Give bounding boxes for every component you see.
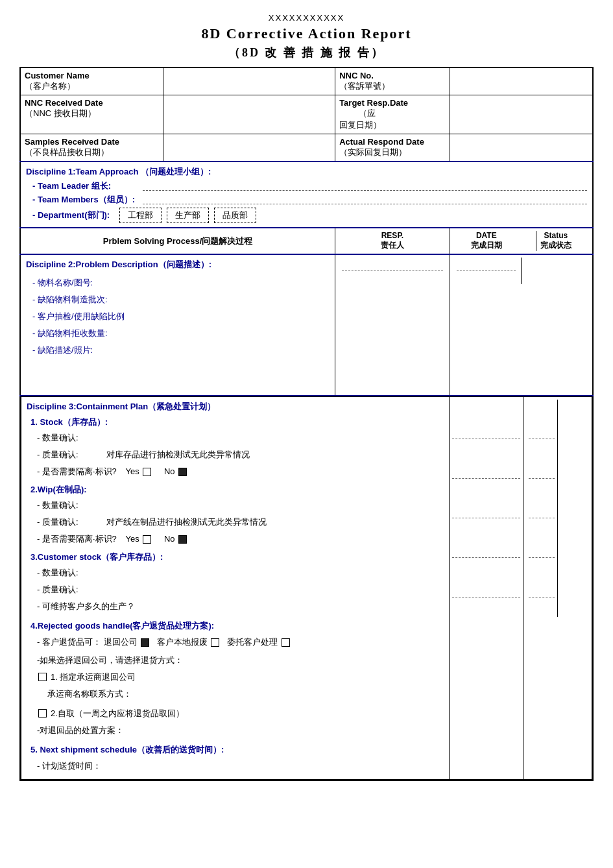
rejected-entrust: 委托客户处理	[227, 637, 278, 647]
main-form-table: Customer Name （客户名称） NNC No. （客訴單號） NNC …	[19, 67, 594, 781]
return-company-checkbox[interactable]	[141, 638, 149, 647]
option2-label: 2.自取（一周之内应将退货品取回）	[51, 705, 184, 722]
department-label: - Department(部门):	[32, 210, 117, 221]
d2-item-4: - 缺陷物料拒收数量:	[26, 325, 330, 342]
customer-stock-title: 3.Customer stock（客户库存品）:	[27, 551, 444, 563]
stock-yes-checkbox[interactable]	[143, 468, 151, 476]
samples-received-label: Samples Received Date	[25, 137, 159, 147]
department-row: - Department(部门): 工程部 生产部 品质部	[32, 208, 587, 223]
date-label: DATE	[471, 231, 502, 240]
target-resp-label: Target Resp.Date	[339, 98, 408, 108]
d2-item-1: - 物料名称/图号:	[26, 274, 330, 291]
company-id: XXXXXXXXXXX	[19, 13, 594, 23]
target-resp-cn: 回复日期）	[339, 119, 446, 131]
wip-quality: - 质量确认:	[37, 517, 78, 527]
stock-qty: - 数量确认:	[27, 429, 444, 446]
stock-quality-row: - 质量确认: 对库存品进行抽检测试无此类异常情况	[27, 446, 444, 463]
option1-label: 1. 指定承运商退回公司	[51, 669, 136, 686]
customer-maintain: - 可维持客户多久的生产？	[27, 598, 444, 615]
d2-item-5: - 缺陷描述/照片:	[26, 342, 330, 359]
wip-quality-row: - 质量确认: 对产线在制品进行抽检测试无此类异常情况	[27, 514, 444, 531]
stock-no-checkbox[interactable]	[178, 468, 187, 476]
rejected-option-row: - 客户退货品可： 退回公司 客户本地报废 委托客户处理	[27, 633, 444, 652]
return-note: -如果选择退回公司，请选择退货方式：	[27, 652, 444, 669]
actual-respond-cn: （实际回复日期）	[339, 147, 446, 158]
nnc-no-cn: （客訴單號）	[339, 80, 446, 92]
dept2: 生产部	[167, 208, 209, 223]
dept3: 品质部	[214, 208, 256, 223]
stock-quality: - 质量确认:	[37, 450, 78, 459]
d2-title: Discipline 2:Problem Description（问题描述）:	[26, 259, 330, 271]
d2-item-2: - 缺陷物料制造批次:	[26, 291, 330, 308]
stock-isolate: - 是否需要隔离·标识?	[37, 466, 117, 476]
resp-cn: 责任人	[339, 240, 446, 251]
target-resp-mid: （应	[359, 108, 376, 118]
team-leader-row: - Team Leader 组长:	[32, 180, 587, 192]
option2-checkbox[interactable]	[38, 709, 47, 717]
nnc-received-cn: （NNC 接收日期）	[25, 108, 159, 119]
resp-label: RESP.	[339, 231, 446, 240]
customer-quality: - 质量确认:	[27, 581, 444, 598]
entrust-checkbox[interactable]	[282, 638, 290, 647]
title-en: 8D Corrective Action Report	[19, 25, 594, 42]
rejected-option: - 客户退货品可： 退回公司	[37, 637, 138, 647]
team-members-label: - Team Members（组员）:	[32, 194, 143, 206]
option1-checkbox[interactable]	[38, 673, 47, 681]
status-label: Status	[540, 231, 571, 240]
stock-isolate-row: - 是否需要隔离·标识? Yes No	[27, 463, 444, 480]
nnc-no-label: NNC No.	[339, 71, 446, 80]
team-leader-label: - Team Leader 组长:	[32, 180, 143, 192]
wip-isolate-row: - 是否需要隔离·标识? Yes No	[27, 531, 444, 548]
d3-title: Discipline 3:Containment Plan（紧急处置计划）	[27, 401, 444, 413]
wip-title: 2.Wip(在制品):	[27, 484, 444, 496]
dept1: 工程部	[119, 208, 162, 223]
customer-name-cn: （客户名称）	[25, 80, 159, 92]
status-cn: 完成状态	[540, 240, 571, 251]
team-members-row: - Team Members（组员）:	[32, 194, 587, 206]
page-header: XXXXXXXXXXX 8D Corrective Action Report …	[19, 13, 594, 60]
wip-qty: - 数量确认:	[27, 497, 444, 514]
local-dispose-checkbox[interactable]	[211, 638, 219, 647]
date-cn: 完成日期	[471, 240, 502, 251]
return-disposal: -对退回品的处置方案：	[27, 722, 444, 739]
customer-qty: - 数量确认:	[27, 564, 444, 581]
rejected-local: 客户本地报废	[157, 637, 208, 647]
title-cn: （8D 改 善 措 施 报 告）	[19, 45, 594, 60]
d2-item-3: - 客户抽检/使用缺陷比例	[26, 308, 330, 325]
samples-received-cn: （不良样品接收日期）	[25, 147, 159, 158]
nnc-received-label: NNC Received Date	[25, 98, 159, 108]
stock-no-label: No	[164, 466, 175, 476]
option1-row: 1. 指定承运商退回公司	[27, 669, 444, 686]
planned-delivery: - 计划送货时间：	[27, 757, 444, 776]
rejected-title: 4.Rejected goods handle(客户退货品处理方案):	[27, 620, 444, 632]
next-shipment-title: 5. Next shipment schedule（改善后的送货时间）:	[27, 744, 444, 756]
stock-title: 1. Stock（库存品）:	[27, 416, 444, 428]
wip-no-label: No	[164, 534, 175, 544]
d1-title: Discipline 1:Team Approach （问题处理小组）:	[26, 166, 587, 178]
option2-row: 2.自取（一周之内应将退货品取回）	[27, 705, 444, 722]
stock-yes-label: Yes	[125, 466, 139, 476]
actual-respond-label: Actual Respond Date	[339, 137, 446, 147]
customer-name-label: Customer Name	[25, 71, 159, 80]
wip-isolate: - 是否需要隔离·标识?	[37, 534, 117, 544]
stock-quality-note: 对库存品进行抽检测试无此类异常情况	[106, 450, 250, 459]
wip-quality-note: 对产线在制品进行抽检测试无此类异常情况	[106, 517, 267, 527]
carrier-note: 承运商名称联系方式：	[27, 686, 444, 703]
wip-yes-label: Yes	[125, 534, 139, 544]
wip-yes-checkbox[interactable]	[143, 535, 151, 544]
wip-no-checkbox[interactable]	[178, 535, 187, 544]
process-label: Prblem Solving Process/问题解决过程	[103, 236, 252, 246]
